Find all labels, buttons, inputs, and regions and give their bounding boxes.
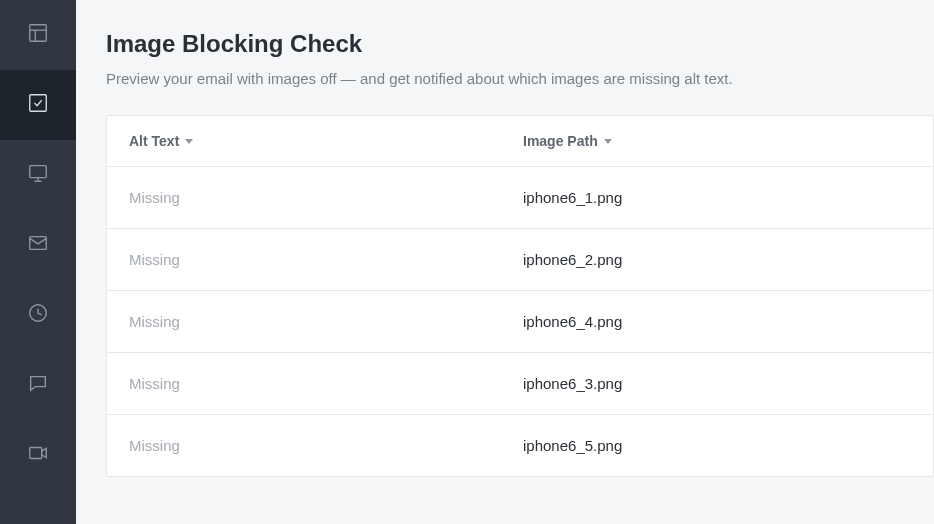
caret-down-icon xyxy=(185,139,193,144)
mail-icon xyxy=(27,232,49,258)
cell-alt-text: Missing xyxy=(129,251,523,268)
sidebar-item-mail[interactable] xyxy=(0,210,76,280)
cell-alt-text: Missing xyxy=(129,189,523,206)
svg-marker-10 xyxy=(42,448,47,457)
cell-image-path: iphone6_4.png xyxy=(523,313,911,330)
table-row: Missing iphone6_5.png xyxy=(107,415,933,476)
video-icon xyxy=(27,442,49,468)
main-content: Image Blocking Check Preview your email … xyxy=(76,0,934,524)
table-row: Missing iphone6_3.png xyxy=(107,353,933,415)
layout-icon xyxy=(27,22,49,48)
sidebar-item-layout[interactable] xyxy=(0,0,76,70)
caret-down-icon xyxy=(604,139,612,144)
cell-image-path: iphone6_5.png xyxy=(523,437,911,454)
page-subtitle: Preview your email with images off — and… xyxy=(106,70,934,87)
cell-alt-text: Missing xyxy=(129,313,523,330)
sidebar-item-checklist[interactable] xyxy=(0,70,76,140)
svg-rect-4 xyxy=(30,166,47,178)
svg-rect-9 xyxy=(30,448,42,459)
svg-rect-7 xyxy=(30,237,47,250)
column-header-label: Alt Text xyxy=(129,133,179,149)
svg-rect-0 xyxy=(30,25,47,42)
cell-alt-text: Missing xyxy=(129,375,523,392)
cell-image-path: iphone6_2.png xyxy=(523,251,911,268)
cell-image-path: iphone6_1.png xyxy=(523,189,911,206)
sidebar-item-desktop[interactable] xyxy=(0,140,76,210)
sidebar xyxy=(0,0,76,524)
page-title: Image Blocking Check xyxy=(106,30,934,58)
table-row: Missing iphone6_2.png xyxy=(107,229,933,291)
column-header-alt-text[interactable]: Alt Text xyxy=(129,133,193,149)
svg-rect-3 xyxy=(30,95,47,112)
sidebar-item-analytics[interactable] xyxy=(0,280,76,350)
sidebar-item-comments[interactable] xyxy=(0,350,76,420)
cell-alt-text: Missing xyxy=(129,437,523,454)
clock-icon xyxy=(27,302,49,328)
column-header-image-path[interactable]: Image Path xyxy=(523,133,612,149)
column-header-label: Image Path xyxy=(523,133,598,149)
checkbox-icon xyxy=(27,92,49,118)
table-row: Missing iphone6_4.png xyxy=(107,291,933,353)
sidebar-item-video[interactable] xyxy=(0,420,76,490)
table-row: Missing iphone6_1.png xyxy=(107,167,933,229)
comment-icon xyxy=(27,372,49,398)
alt-text-table: Alt Text Image Path Missing iphone6_1.pn… xyxy=(106,115,934,477)
cell-image-path: iphone6_3.png xyxy=(523,375,911,392)
monitor-icon xyxy=(27,162,49,188)
table-header-row: Alt Text Image Path xyxy=(107,116,933,167)
